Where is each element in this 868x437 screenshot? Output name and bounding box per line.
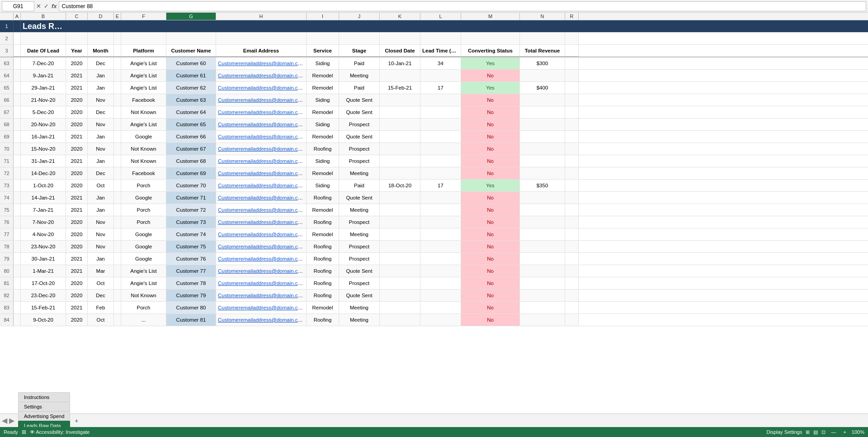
- cell-month[interactable]: Dec: [88, 167, 114, 179]
- cell-year[interactable]: 2021: [66, 82, 88, 94]
- page-layout-icon[interactable]: ▤: [813, 429, 818, 435]
- cell-closed-date[interactable]: [380, 216, 420, 228]
- cell-stage[interactable]: Meeting: [339, 204, 380, 216]
- cell-revenue[interactable]: [520, 106, 565, 118]
- cell-converting-status[interactable]: Yes: [461, 180, 520, 191]
- cell-year[interactable]: 2021: [66, 265, 88, 277]
- cell-stage[interactable]: Paid: [339, 57, 380, 69]
- cell-closed-date[interactable]: 15-Feb-21: [380, 82, 420, 94]
- cell-date[interactable]: 15-Feb-21: [21, 302, 66, 314]
- cell-revenue[interactable]: $300: [520, 57, 565, 69]
- page-break-icon[interactable]: ⊡: [821, 429, 826, 435]
- cell-month[interactable]: Jan: [88, 204, 114, 216]
- cell-service[interactable]: Siding: [307, 94, 339, 106]
- cell-converting-status[interactable]: No: [461, 277, 520, 289]
- cell-month[interactable]: Jan: [88, 70, 114, 81]
- cell-revenue[interactable]: [520, 302, 565, 314]
- cell-closed-date[interactable]: [380, 314, 420, 326]
- cell-stage[interactable]: Meeting: [339, 314, 380, 326]
- cell-converting-status[interactable]: No: [461, 131, 520, 142]
- cell-closed-date[interactable]: [380, 70, 420, 81]
- cell-stage[interactable]: Prospect: [339, 216, 380, 228]
- cell-converting-status[interactable]: No: [461, 155, 520, 167]
- cell-stage[interactable]: Prospect: [339, 119, 380, 130]
- cell-service[interactable]: Roofing: [307, 277, 339, 289]
- cell-month[interactable]: Nov: [88, 241, 114, 252]
- cell-customer[interactable]: Customer 65: [166, 119, 216, 130]
- cell-month[interactable]: Jan: [88, 155, 114, 167]
- cell-service[interactable]: Siding: [307, 155, 339, 167]
- cell-service[interactable]: Roofing: [307, 290, 339, 301]
- cell-date[interactable]: 16-Jan-21: [21, 131, 66, 142]
- cell-month[interactable]: Nov: [88, 228, 114, 240]
- cell-month[interactable]: Oct: [88, 277, 114, 289]
- cell-stage[interactable]: Prospect: [339, 143, 380, 155]
- cell-customer[interactable]: Customer 61: [166, 70, 216, 81]
- cell-converting-status[interactable]: No: [461, 143, 520, 155]
- cell-date[interactable]: 1-Oct-20: [21, 180, 66, 191]
- cell-platform[interactable]: Not Known: [121, 155, 166, 167]
- cell-stage[interactable]: Meeting: [339, 228, 380, 240]
- cell-month[interactable]: Dec: [88, 57, 114, 69]
- cell-customer[interactable]: Customer 76: [166, 253, 216, 265]
- cell-date[interactable]: 20-Nov-20: [21, 119, 66, 130]
- cell-lead-time[interactable]: [420, 253, 461, 265]
- cell-platform[interactable]: Facebook: [121, 167, 166, 179]
- cell-date[interactable]: 23-Nov-20: [21, 241, 66, 252]
- cell-closed-date[interactable]: [380, 277, 420, 289]
- cell-email[interactable]: Customeremailaddress@domain.com: [216, 70, 307, 81]
- cell-service[interactable]: Roofing: [307, 253, 339, 265]
- cell-customer[interactable]: Customer 68: [166, 155, 216, 167]
- cell-month[interactable]: Oct: [88, 180, 114, 191]
- cell-stage[interactable]: Prospect: [339, 155, 380, 167]
- cell-stage[interactable]: Quote Sent: [339, 192, 380, 204]
- cell-revenue[interactable]: [520, 265, 565, 277]
- cell-closed-date[interactable]: [380, 192, 420, 204]
- cell-date[interactable]: 9-Oct-20: [21, 314, 66, 326]
- cell-email[interactable]: Customeremailaddress@domain.com: [216, 143, 307, 155]
- cell-month[interactable]: Jan: [88, 192, 114, 204]
- cell-lead-time[interactable]: [420, 167, 461, 179]
- normal-view-icon[interactable]: ⊞: [806, 429, 810, 435]
- cell-platform[interactable]: Porch: [121, 204, 166, 216]
- cell-service[interactable]: Roofing: [307, 143, 339, 155]
- col-header-g[interactable]: G: [166, 13, 216, 20]
- tab-instructions[interactable]: Instructions: [18, 392, 70, 402]
- cell-customer[interactable]: Customer 67: [166, 143, 216, 155]
- cell-date[interactable]: 1-Mar-21: [21, 265, 66, 277]
- cell-customer[interactable]: Customer 71: [166, 192, 216, 204]
- cell-lead-time[interactable]: [420, 119, 461, 130]
- cell-date[interactable]: 9-Jan-21: [21, 70, 66, 81]
- col-header-n[interactable]: N: [520, 13, 565, 20]
- cell-platform[interactable]: Facebook: [121, 94, 166, 106]
- cell-closed-date[interactable]: 10-Jan-21: [380, 57, 420, 69]
- cell-year[interactable]: 2021: [66, 204, 88, 216]
- cell-month[interactable]: Nov: [88, 143, 114, 155]
- cell-year[interactable]: 2020: [66, 119, 88, 130]
- cell-closed-date[interactable]: [380, 94, 420, 106]
- cell-email[interactable]: Customeremailaddress@domain.com: [216, 277, 307, 289]
- cell-converting-status[interactable]: No: [461, 314, 520, 326]
- cell-year[interactable]: 2020: [66, 94, 88, 106]
- cell-date[interactable]: 14-Jan-21: [21, 192, 66, 204]
- cell-year[interactable]: 2020: [66, 277, 88, 289]
- cell-service[interactable]: Remodel: [307, 228, 339, 240]
- cancel-icon[interactable]: ✕: [36, 3, 41, 10]
- cell-lead-time[interactable]: [420, 277, 461, 289]
- cell-email[interactable]: Customeremailaddress@domain.com: [216, 192, 307, 204]
- scroll-tabs-left[interactable]: ◀: [2, 416, 7, 425]
- cell-revenue[interactable]: [520, 253, 565, 265]
- cell-platform[interactable]: Angie's List: [121, 57, 166, 69]
- cell-customer[interactable]: Customer 66: [166, 131, 216, 142]
- cell-year[interactable]: 2021: [66, 70, 88, 81]
- cell-converting-status[interactable]: No: [461, 94, 520, 106]
- cell-year[interactable]: 2021: [66, 302, 88, 314]
- cell-platform[interactable]: Google: [121, 241, 166, 252]
- cell-platform[interactable]: Angie's List: [121, 277, 166, 289]
- cell-platform[interactable]: Not Known: [121, 143, 166, 155]
- cell-customer[interactable]: Customer 78: [166, 277, 216, 289]
- cell-revenue[interactable]: [520, 70, 565, 81]
- cell-service[interactable]: Remodel: [307, 131, 339, 142]
- cell-converting-status[interactable]: No: [461, 241, 520, 252]
- confirm-icon[interactable]: ✓: [44, 3, 49, 10]
